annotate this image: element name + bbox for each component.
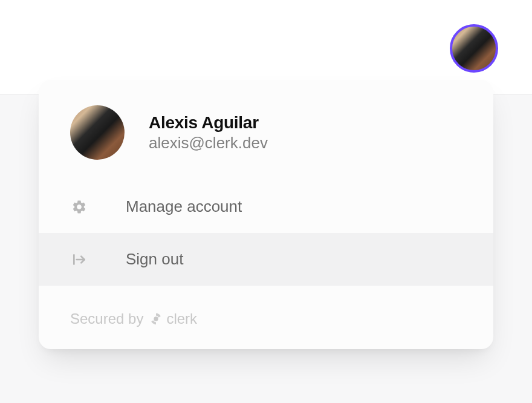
- gear-icon: [70, 198, 88, 216]
- clerk-logo: clerk: [149, 310, 197, 327]
- user-text: Alexis Aguilar alexis@clerk.dev: [149, 113, 268, 152]
- manage-account-label: Manage account: [126, 197, 242, 216]
- user-email: alexis@clerk.dev: [149, 134, 268, 152]
- svg-point-2: [154, 316, 158, 321]
- clerk-brand-text: clerk: [166, 310, 197, 327]
- manage-account-item[interactable]: Manage account: [39, 180, 493, 233]
- sign-out-item[interactable]: Sign out: [39, 233, 493, 286]
- user-dropdown: Alexis Aguilar alexis@clerk.dev Manage a…: [39, 80, 493, 349]
- user-info-section: Alexis Aguilar alexis@clerk.dev: [39, 80, 493, 180]
- user-name: Alexis Aguilar: [149, 113, 268, 133]
- sign-out-icon: [70, 251, 88, 269]
- secured-by-text: Secured by: [70, 310, 143, 327]
- clerk-logo-icon: [149, 312, 163, 326]
- avatar: [70, 105, 125, 160]
- dropdown-footer: Secured by clerk: [39, 286, 493, 349]
- user-avatar-button[interactable]: [450, 24, 498, 73]
- sign-out-label: Sign out: [126, 250, 183, 269]
